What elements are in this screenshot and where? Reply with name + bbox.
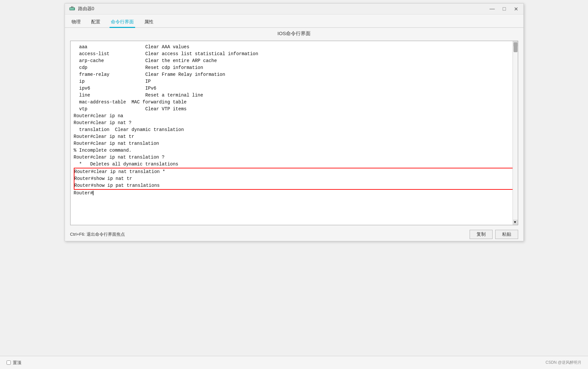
status-bar: Ctrl+F6: 退出命令行界面焦点 复制 粘贴 (65, 228, 523, 241)
title-bar: 路由器0 — □ ✕ (65, 4, 523, 14)
minimize-button[interactable]: — (488, 6, 496, 12)
window-controls: — □ ✕ (488, 6, 519, 12)
csdn-watermark: CSDN @逆风醉明月 (545, 360, 581, 365)
tab-cli[interactable]: 命令行界面 (110, 17, 135, 28)
topmost-checkbox-label[interactable]: 置顶 (7, 360, 21, 366)
svg-point-3 (72, 9, 73, 10)
tab-physical[interactable]: 物理 (70, 17, 82, 28)
tab-properties[interactable]: 属性 (143, 17, 155, 28)
action-buttons: 复制 粘贴 (470, 230, 518, 239)
title-bar-left: 路由器0 (69, 6, 94, 12)
svg-point-1 (70, 9, 71, 10)
tab-config[interactable]: 配置 (90, 17, 102, 28)
topmost-label: 置顶 (13, 360, 21, 366)
topmost-checkbox[interactable] (7, 360, 11, 365)
terminal-content: aaa Clear AAA values access-list Clear a… (74, 44, 515, 197)
terminal[interactable]: aaa Clear AAA values access-list Clear a… (71, 41, 518, 225)
main-window: 路由器0 — □ ✕ 物理 配置 命令行界面 属性 IOS命令行界面 aaa C… (65, 3, 524, 241)
tab-bar: 物理 配置 命令行界面 属性 (65, 14, 523, 28)
close-button[interactable]: ✕ (513, 6, 519, 12)
copy-button[interactable]: 复制 (470, 230, 493, 239)
svg-rect-5 (72, 6, 73, 8)
window-title: 路由器0 (78, 6, 94, 12)
router-icon (69, 6, 75, 12)
maximize-button[interactable]: □ (501, 6, 507, 12)
svg-rect-4 (71, 6, 72, 8)
terminal-wrapper: aaa Clear AAA values access-list Clear a… (70, 41, 518, 225)
bottom-bar: 置顶 CSDN @逆风醉明月 (0, 356, 588, 369)
status-hint: Ctrl+F6: 退出命令行界面焦点 (70, 231, 125, 237)
scrollbar-down[interactable]: ▼ (513, 220, 518, 225)
paste-button[interactable]: 粘贴 (495, 230, 518, 239)
scrollbar[interactable]: ▲ ▼ (513, 41, 518, 225)
svg-point-2 (71, 9, 72, 10)
section-title: IOS命令行界面 (65, 28, 523, 39)
scrollbar-thumb[interactable] (514, 42, 517, 52)
